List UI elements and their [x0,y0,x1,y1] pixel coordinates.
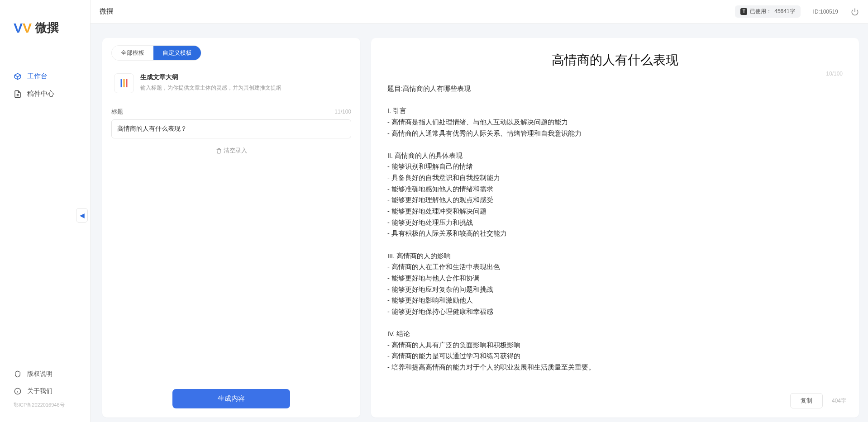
logo-text: 微撰 [35,20,59,36]
clear-input-button[interactable]: 清空录入 [111,147,351,155]
main: 全部模板 自定义模板 生成文章大纲 输入标题，为你提供文章主体的灵感，并为其创建… [91,24,868,422]
copy-button[interactable]: 复制 [790,393,823,408]
usage-value: 45641字 [774,8,795,15]
field-label-row: 标题 11/100 [111,108,351,116]
header-title: 微撰 [100,7,113,16]
word-count: 404字 [832,397,846,405]
right-panel: 高情商的人有什么表现 10/100 题目:高情商的人有哪些表现 I. 引言 - … [371,38,859,417]
shield-icon [14,370,22,378]
template-tabs: 全部模板 自定义模板 [111,45,201,61]
sidebar-item-workspace[interactable]: 工作台 [0,67,90,85]
power-icon[interactable] [851,8,859,16]
sidebar-item-label: 稿件中心 [27,90,54,98]
template-icon [114,73,134,93]
sidebar-item-copyright[interactable]: 版权说明 [0,365,90,383]
tab-custom-templates[interactable]: 自定义模板 [153,46,201,60]
header-right: T 已使用： 45641字 ID:100519 [735,5,859,18]
template-meta: 生成文章大纲 输入标题，为你提供文章主体的灵感，并为其创建推文提纲 [140,73,281,93]
sidebar-item-drafts[interactable]: 稿件中心 [0,85,90,103]
generate-button[interactable]: 生成内容 [172,389,290,408]
usage-label: 已使用： [750,8,772,15]
header: 微撰 T 已使用： 45641字 ID:100519 [91,0,868,24]
title-input[interactable] [111,119,351,138]
field-counter: 11/100 [334,109,351,115]
document-title-counter: 10/100 [384,71,846,77]
document-title[interactable]: 高情商的人有什么表现 [384,52,846,69]
sidebar-collapse-button[interactable]: ◀ [76,208,88,223]
document-body[interactable]: 题目:高情商的人有哪些表现 I. 引言 - 高情商是指人们处理情绪、与他人互动以… [384,83,846,373]
template-desc: 输入标题，为你提供文章主体的灵感，并为其创建推文提纲 [140,84,281,92]
icp-text: 鄂ICP备2022016946号 [0,400,90,413]
user-id: ID:100519 [813,9,838,15]
left-panel: 全部模板 自定义模板 生成文章大纲 输入标题，为你提供文章主体的灵感，并为其创建… [102,38,360,417]
tab-all-templates[interactable]: 全部模板 [112,46,153,60]
usage-badge[interactable]: T 已使用： 45641字 [735,5,800,18]
cube-icon [14,72,22,81]
chevron-left-icon: ◀ [80,212,85,219]
sidebar-nav: 工作台 稿件中心 [0,49,90,365]
sidebar-item-label: 版权说明 [27,370,52,378]
sidebar-item-label: 工作台 [27,72,48,81]
logo: VV 微撰 [0,0,90,49]
template-card: 生成文章大纲 输入标题，为你提供文章主体的灵感，并为其创建推文提纲 [111,69,351,101]
sidebar-item-about[interactable]: 关于我们 [0,383,90,400]
doc-icon [14,90,22,98]
field-label: 标题 [111,108,123,116]
text-count-icon: T [740,8,747,15]
document-footer: 复制 404字 [384,387,846,408]
trash-icon [216,148,222,154]
clear-input-label: 清空录入 [224,147,247,155]
info-icon [14,387,22,395]
sidebar-bottom: 版权说明 关于我们 鄂ICP备2022016946号 [0,365,90,422]
template-title: 生成文章大纲 [140,73,281,81]
sidebar-item-label: 关于我们 [27,387,52,395]
logo-mark: VV [14,21,32,35]
